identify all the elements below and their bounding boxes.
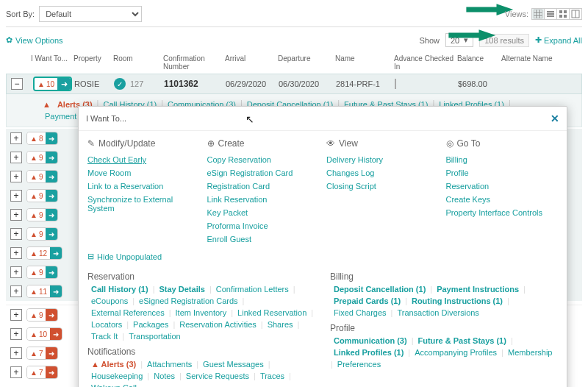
tag-link[interactable]: Prepaid Cards (1) [330,295,404,307]
expand-button[interactable]: + [10,152,22,163]
iwantto-pill[interactable]: ▲9➜ [26,170,58,183]
view-list-icon[interactable] [544,8,557,20]
action-link[interactable]: Create Keys [446,193,559,206]
action-link[interactable]: Link Reservation [207,193,320,206]
advance-checkbox[interactable] [395,79,396,89]
tag-link[interactable]: Guest Messages [199,358,268,370]
tag-link[interactable]: Transaction Diversions [393,307,482,319]
action-link[interactable]: Reservation [446,180,559,193]
tag-link[interactable]: Future & Past Stays (1) [414,335,509,347]
action-link[interactable]: Key Packet [207,206,320,219]
action-link[interactable]: Check Out Early [87,153,200,166]
tag-link[interactable]: Communication (3) [330,335,411,347]
iwantto-pill[interactable]: ▲9➜ [26,151,58,164]
iwantto-pill[interactable]: ▲9➜ [26,266,58,279]
tag-link[interactable]: Packages [129,319,172,330]
tag-link[interactable]: Call History (1) [87,283,152,295]
svg-rect-10 [559,15,562,18]
tag-link[interactable]: ▲ Alerts (3) [87,358,140,370]
expand-button[interactable]: + [10,328,22,340]
tag-link[interactable]: Locators [87,319,126,330]
tag-link[interactable]: Housekeeping [87,370,146,382]
expand-button[interactable]: + [10,209,22,221]
expand-button[interactable]: + [10,247,22,259]
arrow-right-icon: ➜ [46,132,57,144]
action-link[interactable]: Synchronize to External System [87,193,200,215]
expand-button[interactable]: + [10,132,22,144]
tag-link[interactable]: Transportation [125,330,184,342]
svg-rect-0 [534,10,542,18]
iwantto-pill[interactable]: ▲7➜ [26,366,58,379]
tag-link[interactable]: Deposit Cancellation (1) [330,283,429,295]
view-split-icon[interactable] [569,8,582,20]
action-link[interactable]: Billing [446,153,559,166]
col-balance: Balance [457,54,501,71]
iwantto-pill[interactable]: ▲9➜ [26,189,58,202]
table-row[interactable]: − ▲10 ➜ ROSIE ✓127 1101362 06/29/2020 06… [6,74,582,94]
expand-button[interactable]: + [10,347,22,359]
action-link[interactable]: Proforma Invoice [207,219,320,232]
collapse-button[interactable]: − [11,78,23,90]
tag-link[interactable]: Reservation Activities [176,319,260,330]
expand-button[interactable]: + [10,266,22,278]
action-link[interactable]: Move Room [87,166,200,180]
tag-link[interactable]: Fixed Charges [330,307,390,319]
iwantto-pill[interactable]: ▲12➜ [26,246,62,260]
iwantto-pill[interactable]: ▲7➜ [26,347,58,360]
iwantto-pill[interactable]: ▲8➜ [26,132,58,145]
iwantto-pill[interactable]: ▲10 ➜ [33,77,72,91]
view-card-icon[interactable] [556,8,570,20]
tag-link[interactable]: Payment Instructions [433,283,523,295]
tag-link[interactable]: Linked Reservation [234,307,310,319]
action-link[interactable]: Property Interface Controls [446,206,559,219]
view-options-link[interactable]: ✿ View Options [6,35,63,45]
tag-link[interactable]: eCoupons [87,295,132,307]
expand-button[interactable]: + [10,285,22,297]
tag-link[interactable]: Notes [150,370,179,382]
iwantto-pill[interactable]: ▲11➜ [26,285,62,298]
tag-link[interactable]: Preferences [334,358,384,370]
tag-link[interactable]: Routing Instructions (1) [408,295,506,307]
tag-link[interactable]: Accompanying Profiles [411,347,501,358]
col-arrival: Arrival [225,54,278,71]
tag-link[interactable]: Membership [504,347,556,358]
tag-link[interactable]: Wakeup Call [87,382,140,387]
action-link[interactable]: eSign Registration Card [207,166,320,180]
iwantto-pill[interactable]: ▲9➜ [26,208,58,221]
tag-link[interactable]: Shares [264,319,297,330]
iwantto-pill[interactable]: ▲10➜ [26,327,62,341]
hide-unpopulated-link[interactable]: ⊟Hide Unpopulated [87,252,558,261]
action-link[interactable]: Delivery History [326,153,439,166]
tag-link[interactable]: Item Inventory [172,307,231,319]
view-table-icon[interactable] [531,8,545,20]
action-link[interactable]: Profile [446,166,559,180]
warning-icon: ▲ [40,99,53,110]
close-icon[interactable]: ✕ [551,113,559,124]
action-link[interactable]: Registration Card [207,180,320,193]
plus-icon: ✚ [535,35,542,45]
tag-link[interactable]: Service Requests [182,370,253,382]
action-link[interactable]: Copy Reservation [207,153,320,166]
expand-button[interactable]: + [10,309,22,321]
tag-link[interactable]: Traces [257,370,288,382]
tag-link[interactable]: Track It [87,330,121,342]
tag-link[interactable]: eSigned Registration Cards [135,295,242,307]
tag-link[interactable]: External References [87,307,168,319]
iwantto-pill[interactable]: ▲9➜ [26,227,58,241]
expand-button[interactable]: + [10,190,22,202]
action-link[interactable]: Link to a Reservation [87,180,200,193]
action-link[interactable]: Enroll Guest [207,232,320,246]
tag-link[interactable]: Confirmation Letters [212,283,293,295]
action-link[interactable]: Changes Log [326,166,439,180]
tag-link[interactable]: Linked Profiles (1) [330,347,407,358]
expand-button[interactable]: + [10,228,22,240]
expand-button[interactable]: + [10,366,22,378]
expand-all-button[interactable]: ✚Expand All [535,35,582,45]
tag-link[interactable]: Attachments [143,358,196,370]
expand-button[interactable]: + [10,171,22,182]
tag-link[interactable]: Stay Details [156,283,209,295]
sortby-select[interactable]: Default [39,6,142,22]
action-link[interactable]: Closing Script [326,180,439,193]
iwantto-pill[interactable]: ▲9➜ [26,308,58,322]
iwantto-popup: I Want To... ✕ ✎Modify/UpdateCheck Out E… [78,106,567,387]
